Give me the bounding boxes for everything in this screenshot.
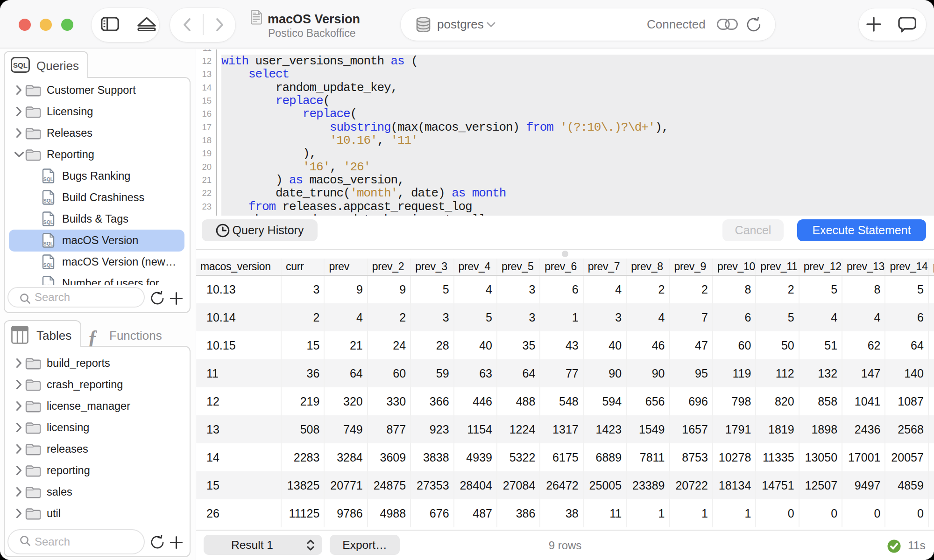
svg-text:SQL: SQL: [13, 61, 28, 69]
